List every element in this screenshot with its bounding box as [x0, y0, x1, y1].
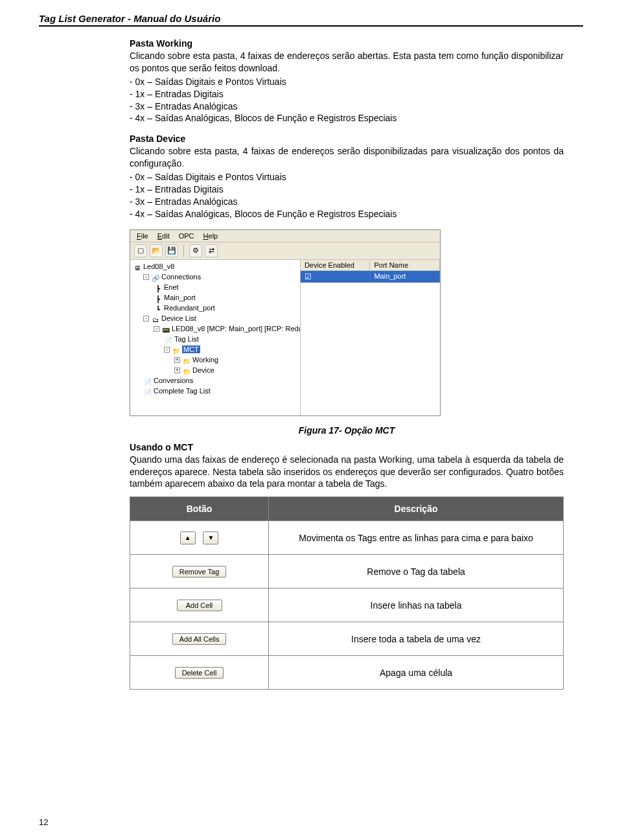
list-item: - 4x – Saídas Analógicas, Blocos de Funç… — [130, 112, 564, 124]
app-screenshot: File Edit OPC Help ▢ 📂 💾 ⚙ ⇄ 🖥Led08_v8 — [130, 229, 441, 416]
list-item: - 3x – Entradas Analógicas — [130, 196, 564, 208]
tree-mainport[interactable]: Main_port — [164, 294, 196, 301]
section3-para: Quando uma das faixas de endereço é sele… — [130, 454, 564, 491]
remove-tag-button[interactable]: Remove Tag — [172, 566, 227, 578]
table-row: Add All Cells Insere toda a tabela de um… — [130, 622, 564, 656]
button-table: Botão Descrição ▲ ▼ Movimenta os Tags en… — [130, 496, 564, 690]
tree-taglist[interactable]: Tag List — [174, 335, 199, 343]
tree-devicelist[interactable]: Device List — [161, 314, 196, 322]
tree-working[interactable]: Working — [192, 356, 218, 364]
grid-header: Device Enabled Port Name — [301, 260, 440, 271]
grid-pane: Device Enabled Port Name Main_port — [301, 260, 440, 415]
tree-complete[interactable]: Complete Tag List — [154, 387, 211, 395]
new-icon[interactable]: ▢ — [134, 244, 147, 257]
menu-edit[interactable]: Edit — [154, 231, 174, 240]
table-row: Delete Cell Apaga uma célula — [130, 656, 564, 690]
grid-col-port-name[interactable]: Port Name — [370, 260, 440, 270]
device-enabled-checkbox[interactable] — [301, 271, 371, 283]
save-icon[interactable]: 💾 — [165, 244, 178, 257]
tree-enet[interactable]: Enet — [164, 283, 179, 291]
menu-opc[interactable]: OPC — [175, 231, 198, 240]
tool-icon[interactable]: ⚙ — [189, 244, 202, 257]
port-icon: ┗ — [154, 305, 163, 312]
tree-connections[interactable]: Connections — [161, 273, 201, 281]
folder-icon: 📁 — [172, 346, 181, 354]
table-row: Add Cell Insere linhas na tabela — [130, 589, 564, 622]
section3-title: Usando o MCT — [130, 442, 564, 452]
tree-mct[interactable]: MCT — [182, 345, 200, 353]
section2-title: Pasta Device — [130, 134, 564, 144]
tree-pane[interactable]: 🖥Led08_v8 -🔗Connections ┣Enet ┣Main_port… — [130, 260, 301, 415]
folder-icon: 📄 — [164, 336, 173, 344]
section1-para: Clicando sobre esta pasta, 4 faixas de e… — [130, 50, 564, 75]
tree-conversions[interactable]: Conversions — [154, 377, 193, 384]
tree-device[interactable]: LED08_v8 [MCP: Main_port] [RCP: Redundan… — [172, 325, 301, 332]
list-item: - 0x – Saídas Digitais e Pontos Virtuais — [130, 76, 564, 88]
row-desc: Apaga uma célula — [269, 656, 564, 690]
table-row: ▲ ▼ Movimenta os Tags entre as linhas pa… — [130, 521, 564, 555]
folder-icon: 📁 — [182, 367, 191, 375]
list-item: - 1x – Entradas Digitais — [130, 183, 564, 196]
section2-para: Clicando sobre esta pasta, 4 faixas de e… — [130, 145, 564, 170]
expand-icon[interactable]: + — [174, 368, 180, 373]
add-cell-button[interactable]: Add Cell — [177, 600, 222, 611]
expand-icon[interactable]: - — [164, 347, 170, 353]
menu-file[interactable]: File — [133, 231, 152, 240]
table-row: Remove Tag Remove o Tag da tabela — [130, 555, 564, 589]
expand-icon[interactable]: - — [143, 316, 149, 321]
table-header-description: Descrição — [269, 497, 564, 521]
port-icon: ┣ — [154, 284, 163, 292]
tree-redundant[interactable]: Redundant_port — [164, 304, 215, 312]
tree-root[interactable]: Led08_v8 — [143, 262, 174, 270]
move-up-button[interactable]: ▲ — [180, 531, 196, 544]
add-all-cells-button[interactable]: Add All Cells — [172, 633, 227, 645]
monitor-icon: 🖥 — [133, 263, 142, 271]
table-header-button: Botão — [130, 497, 269, 521]
toolbar: ▢ 📂 💾 ⚙ ⇄ — [130, 242, 440, 260]
expand-icon[interactable]: - — [154, 326, 159, 332]
menubar: File Edit OPC Help — [130, 230, 440, 242]
toolbar-separator — [183, 245, 184, 257]
device-icon: 📟 — [161, 325, 170, 333]
row-desc: Remove o Tag da tabela — [269, 555, 564, 589]
list-item: - 4x – Saídas Analógicas, Blocos de Funç… — [130, 208, 564, 220]
page-number: 12 — [39, 817, 48, 827]
section2-list: - 0x – Saídas Digitais e Pontos Virtuais… — [130, 171, 564, 220]
expand-icon[interactable]: - — [143, 274, 149, 280]
tree-dev[interactable]: Device — [192, 366, 214, 374]
row-desc: Insere toda a tabela de uma vez — [269, 622, 564, 656]
menu-help[interactable]: Help — [200, 231, 222, 240]
grid-col-device-enabled[interactable]: Device Enabled — [301, 260, 371, 270]
row-desc: Movimenta os Tags entre as linhas para c… — [269, 521, 564, 555]
list-item: - 0x – Saídas Digitais e Pontos Virtuais — [130, 171, 564, 183]
grid-row[interactable]: Main_port — [301, 271, 440, 283]
section1-list: - 0x – Saídas Digitais e Pontos Virtuais… — [130, 76, 564, 125]
folder-icon: 📄 — [143, 377, 152, 385]
figure-caption: Figura 17- Opção MCT — [130, 425, 564, 436]
delete-cell-button[interactable]: Delete Cell — [175, 667, 224, 679]
list-item: - 1x – Entradas Digitais — [130, 88, 564, 100]
page-header: Tag List Generator - Manual do Usuário — [39, 13, 583, 27]
port-name-value: Main_port — [370, 271, 440, 283]
section1-title: Pasta Working — [130, 38, 564, 49]
list-item: - 3x – Entradas Analógicas — [130, 100, 564, 113]
folder-icon: 📄 — [143, 388, 152, 395]
tool2-icon[interactable]: ⇄ — [205, 244, 218, 257]
open-icon[interactable]: 📂 — [150, 244, 163, 257]
connections-icon: 🔗 — [151, 274, 160, 281]
devicelist-icon: 🗂 — [151, 315, 160, 323]
move-down-button[interactable]: ▼ — [203, 531, 218, 544]
port-icon: ┣ — [154, 294, 163, 302]
expand-icon[interactable]: + — [174, 357, 180, 363]
folder-icon: 📁 — [182, 356, 191, 364]
row-desc: Insere linhas na tabela — [269, 589, 564, 622]
